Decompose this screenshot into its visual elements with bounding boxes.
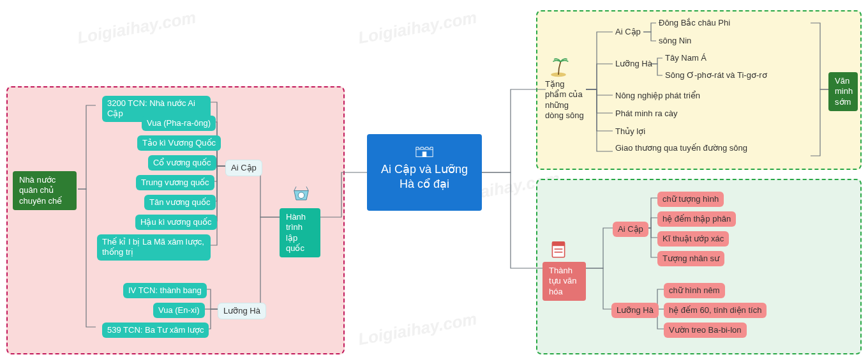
tr-plain-item[interactable]: Phát minh ra cày [613, 107, 680, 120]
bottomright-header[interactable]: Thành tựu văn hóa [542, 262, 586, 301]
svg-rect-5 [552, 242, 564, 246]
br-aicap-item[interactable]: Tượng nhân sư [657, 251, 724, 266]
mindmap-canvas: Loigiaihay.com Loigiaihay.com Loigiaihay… [0, 0, 868, 357]
tr-aicap-item[interactable]: sông Nin [656, 34, 694, 47]
left-aicap-item[interactable]: Tân vương quốc [144, 195, 216, 210]
left-aicap-item[interactable]: Cổ vương quốc [148, 155, 216, 171]
br-luongha-item[interactable]: Vườn treo Ba-bi-lon [664, 323, 747, 338]
topright-header[interactable]: Tặng phẩm của những dòng sông [542, 78, 587, 122]
left-group-aicap[interactable]: Ai Cập [225, 160, 262, 176]
br-aicap-item[interactable]: hệ đếm thập phân [657, 211, 736, 227]
center-node[interactable]: Ai Cập và Lưỡng Hà cổ đại [367, 134, 482, 211]
left-group-luongha[interactable]: Lưỡng Hà [218, 303, 266, 319]
svg-rect-1 [423, 152, 426, 157]
br-aicap-item[interactable]: chữ tượng hình [657, 192, 724, 207]
tr-plain-item[interactable]: Nông nghiệp phát triển [613, 89, 703, 102]
watermark: Loigiaihay.com [357, 309, 479, 349]
tr-far-label[interactable]: Văn minh sớm [828, 72, 858, 111]
tr-luongha-item[interactable]: Sông Ơ-phơ-rát và Ti-gơ-rơ [662, 69, 800, 82]
center-title: Ai Cập và Lưỡng Hà cổ đại [373, 162, 475, 191]
gong-icon [288, 182, 314, 208]
left-luongha-item[interactable]: 539 TCN: Ba Tư xâm lược [102, 323, 209, 338]
br-aicap-item[interactable]: Kĩ thuật ướp xác [657, 231, 729, 247]
document-icon [546, 236, 571, 262]
tr-aicap-item[interactable]: Đông Bắc châu Phi [656, 17, 733, 29]
br-luongha-item[interactable]: hệ đếm 60, tính diện tích [664, 303, 767, 318]
watermark: Loigiaihay.com [357, 8, 479, 48]
left-aicap-item[interactable]: Trung vương quốc [136, 175, 214, 190]
left-aicap-item[interactable]: Tảo kì Vương Quốc [137, 135, 221, 151]
tr-luongha-item[interactable]: Tây Nam Á [662, 52, 709, 65]
br-group-aicap[interactable]: Ai Cập [613, 222, 648, 237]
left-luongha-item[interactable]: Vua (En-xi) [153, 303, 205, 318]
palm-icon [546, 54, 571, 80]
castle-icon [415, 143, 434, 158]
tr-group-luongha[interactable]: Lưỡng Hà [613, 57, 655, 70]
tr-plain-item[interactable]: Giao thương qua tuyến đường sông [613, 142, 753, 155]
watermark: Loigiaihay.com [76, 8, 198, 48]
tr-plain-item[interactable]: Thủy lợi [613, 125, 648, 138]
left-aicap-item[interactable]: Vua (Pha-ra-ông) [142, 116, 216, 131]
left-aicap-item[interactable]: Hậu kì vương quốc [135, 215, 217, 230]
tr-group-aicap[interactable]: Ai Cập [613, 26, 643, 38]
left-far-label[interactable]: Nhà nước quân chủ chuyên chế [13, 171, 77, 210]
left-aicap-item[interactable]: Thế kỉ I bị La Mã xâm lược, thống trị [97, 234, 211, 261]
left-luongha-item[interactable]: IV TCN: thành bang [123, 283, 207, 298]
br-group-luongha[interactable]: Lưỡng Hà [611, 303, 659, 318]
left-header[interactable]: Hành trình lập quốc [280, 208, 320, 257]
svg-point-2 [298, 192, 304, 199]
br-luongha-item[interactable]: chữ hình nêm [664, 283, 725, 298]
